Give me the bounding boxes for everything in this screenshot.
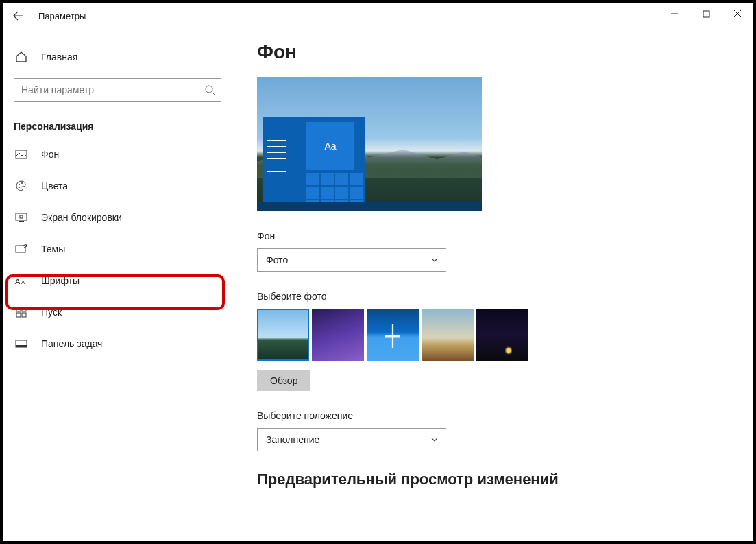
wallpaper-thumb-1[interactable] [257, 309, 309, 361]
sidebar-item-label: Экран блокировки [41, 212, 122, 223]
background-label: Фон [257, 230, 740, 241]
sidebar-item-themes[interactable]: Темы [3, 233, 232, 265]
taskbar-icon [14, 340, 29, 348]
sidebar-item-label: Пуск [41, 307, 62, 318]
fit-dropdown-value: Заполнение [266, 434, 319, 445]
sidebar-item-label: Панель задач [41, 338, 102, 349]
chevron-down-icon [430, 436, 439, 444]
home-link[interactable]: Главная [3, 41, 232, 73]
sidebar-item-start[interactable]: Пуск [3, 296, 232, 328]
svg-rect-15 [22, 313, 26, 317]
search-icon [204, 84, 215, 95]
wallpaper-thumb-5[interactable] [476, 309, 528, 361]
lockscreen-icon [14, 213, 29, 222]
background-dropdown[interactable]: Фото [257, 248, 446, 272]
sidebar-item-fonts[interactable]: AA Шрифты [3, 265, 232, 296]
preview-menu-lines [267, 122, 286, 177]
svg-rect-7 [19, 221, 24, 222]
search-container [3, 73, 232, 107]
svg-point-3 [19, 184, 20, 185]
close-button[interactable] [722, 3, 753, 25]
page-title: Фон [257, 41, 740, 63]
desktop-preview: Aa [257, 77, 482, 211]
close-icon [733, 10, 742, 18]
svg-rect-8 [20, 215, 23, 218]
sidebar-item-colors[interactable]: Цвета [3, 170, 232, 202]
window-title: Параметры [34, 11, 86, 21]
minimize-icon [670, 10, 679, 18]
svg-rect-6 [16, 213, 27, 220]
sidebar-item-background[interactable]: Фон [3, 139, 232, 170]
svg-text:A: A [21, 279, 25, 285]
browse-button[interactable]: Обзор [257, 370, 310, 391]
minimize-button[interactable] [659, 3, 690, 25]
content-area: Фон Aa Фон [232, 29, 753, 541]
sidebar-item-taskbar[interactable]: Панель задач [3, 328, 232, 359]
maximize-button[interactable] [690, 3, 722, 25]
arrow-left-icon [13, 10, 24, 21]
svg-point-5 [19, 187, 20, 188]
preview-tiles: Aa [306, 122, 361, 202]
home-icon [14, 51, 29, 63]
palette-icon [14, 180, 29, 192]
sidebar-section-title: Персонализация [3, 107, 232, 139]
background-dropdown-value: Фото [266, 255, 288, 265]
sidebar-item-label: Фон [41, 149, 59, 160]
title-bar: Параметры [3, 3, 753, 29]
svg-rect-9 [16, 246, 25, 252]
choose-photo-label: Выберите фото [257, 291, 740, 302]
back-button[interactable] [3, 3, 34, 29]
search-box[interactable] [14, 78, 221, 102]
svg-rect-13 [22, 307, 26, 311]
svg-point-4 [21, 182, 23, 184]
svg-rect-17 [16, 345, 27, 347]
fit-label: Выберите положение [257, 410, 740, 421]
start-icon [14, 307, 29, 318]
preview-start-overlay: Aa [263, 117, 365, 206]
preview-taskbar [257, 202, 482, 211]
preview-changes-heading: Предварительный просмотр изменений [257, 471, 740, 488]
svg-rect-12 [16, 307, 21, 311]
window-controls [659, 3, 753, 25]
home-label: Главная [41, 51, 77, 62]
chevron-down-icon [430, 256, 439, 264]
search-input[interactable] [21, 84, 204, 95]
fit-dropdown[interactable]: Заполнение [257, 428, 446, 451]
sidebar-item-label: Шрифты [41, 275, 80, 286]
svg-text:A: A [15, 277, 21, 285]
svg-point-1 [206, 86, 212, 93]
sidebar-item-label: Цвета [41, 180, 68, 191]
wallpaper-thumb-3[interactable] [367, 309, 419, 361]
layout: Главная Персонализация Фон Цвета [3, 29, 753, 541]
sidebar: Главная Персонализация Фон Цвета [3, 29, 232, 541]
wallpaper-thumb-2[interactable] [312, 309, 364, 361]
themes-icon [14, 244, 29, 255]
wallpaper-thumbnails [257, 309, 740, 361]
fonts-icon: AA [14, 276, 29, 285]
sidebar-item-label: Темы [41, 244, 65, 255]
svg-rect-0 [703, 11, 709, 17]
wallpaper-thumb-4[interactable] [422, 309, 474, 361]
svg-rect-14 [16, 313, 21, 317]
preview-sample-tile: Aa [306, 122, 354, 170]
picture-icon [14, 150, 29, 159]
maximize-icon [703, 10, 710, 18]
sidebar-item-lockscreen[interactable]: Экран блокировки [3, 202, 232, 233]
settings-window: Параметры Главная [0, 0, 756, 544]
